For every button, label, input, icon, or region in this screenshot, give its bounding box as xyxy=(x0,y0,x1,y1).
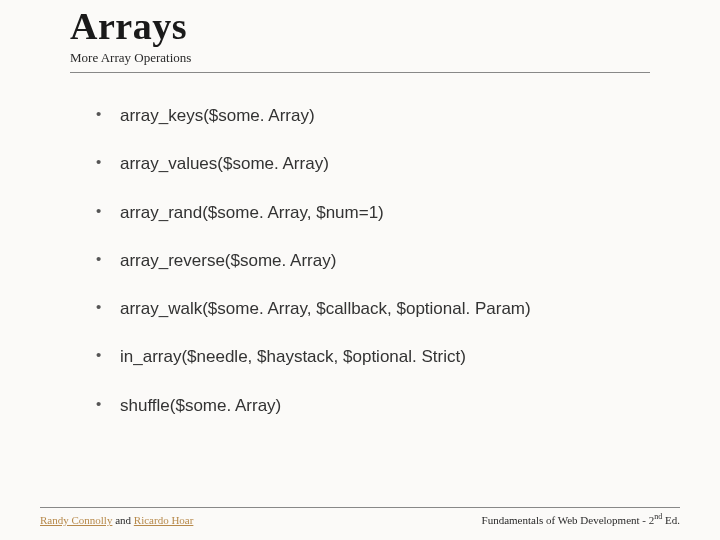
slide-header: Arrays More Array Operations xyxy=(0,0,720,66)
list-item-text: array_reverse($some. Array) xyxy=(120,251,336,270)
list-item-text: shuffle($some. Array) xyxy=(120,396,281,415)
footer-book: Fundamentals of Web Development - 2nd Ed… xyxy=(482,512,680,526)
list-item: array_walk($some. Array, $callback, $opt… xyxy=(96,298,650,319)
footer-authors: Randy Connolly and Ricardo Hoar xyxy=(40,514,193,526)
list-item-text: array_rand($some. Array, $num=1) xyxy=(120,203,384,222)
slide-subtitle: More Array Operations xyxy=(70,50,650,66)
list-item-text: array_keys($some. Array) xyxy=(120,106,315,125)
footer-row: Randy Connolly and Ricardo Hoar Fundamen… xyxy=(40,512,680,526)
slide-title: Arrays xyxy=(70,4,650,48)
list-item: array_rand($some. Array, $num=1) xyxy=(96,202,650,223)
bullet-list: array_keys($some. Array) array_values($s… xyxy=(96,105,650,416)
footer-divider xyxy=(40,507,680,508)
list-item: array_reverse($some. Array) xyxy=(96,250,650,271)
author-link-2: Ricardo Hoar xyxy=(134,514,194,526)
list-item-text: array_values($some. Array) xyxy=(120,154,329,173)
slide-footer: Randy Connolly and Ricardo Hoar Fundamen… xyxy=(0,507,720,526)
list-item: shuffle($some. Array) xyxy=(96,395,650,416)
list-item-text: array_walk($some. Array, $callback, $opt… xyxy=(120,299,531,318)
list-item: in_array($needle, $haystack, $optional. … xyxy=(96,346,650,367)
slide: Arrays More Array Operations array_keys(… xyxy=(0,0,720,540)
book-suffix: Ed. xyxy=(662,514,680,526)
slide-content: array_keys($some. Array) array_values($s… xyxy=(0,73,720,416)
book-prefix: Fundamentals of Web Development - 2 xyxy=(482,514,655,526)
list-item: array_values($some. Array) xyxy=(96,153,650,174)
author-joiner: and xyxy=(112,514,133,526)
list-item: array_keys($some. Array) xyxy=(96,105,650,126)
list-item-text: in_array($needle, $haystack, $optional. … xyxy=(120,347,466,366)
author-link-1: Randy Connolly xyxy=(40,514,112,526)
